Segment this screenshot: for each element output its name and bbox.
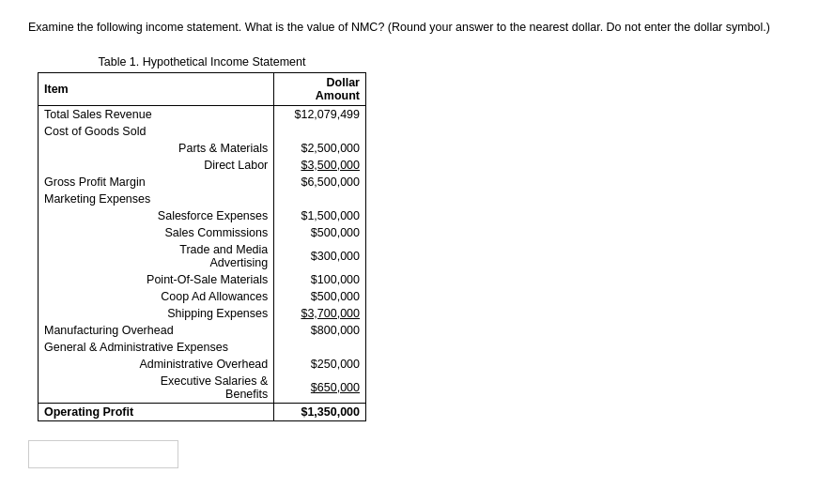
row-label: General & Administrative Expenses bbox=[39, 339, 274, 356]
income-statement-container: Table 1. Hypothetical Income Statement I… bbox=[38, 55, 366, 421]
row-value: $2,500,000 bbox=[274, 140, 366, 157]
table-row: Total Sales Revenue$12,079,499 bbox=[39, 105, 366, 123]
row-value: $100,000 bbox=[274, 271, 366, 288]
row-value bbox=[274, 339, 366, 356]
table-row: Cost of Goods Sold bbox=[39, 123, 366, 140]
row-label: Executive Salaries & Benefits bbox=[39, 373, 274, 404]
row-label: Shipping Expenses bbox=[39, 305, 274, 322]
row-value: $500,000 bbox=[274, 224, 366, 241]
row-label: Marketing Expenses bbox=[39, 191, 274, 207]
row-label: Salesforce Expenses bbox=[39, 207, 274, 224]
table-row: Administrative Overhead$250,000 bbox=[39, 356, 366, 373]
row-label: Parts & Materials bbox=[39, 140, 274, 157]
row-value: $3,500,000 bbox=[274, 157, 366, 174]
row-label: Point-Of-Sale Materials bbox=[39, 271, 274, 288]
row-label: Manufacturing Overhead bbox=[39, 322, 274, 339]
row-value: $3,700,000 bbox=[274, 305, 366, 322]
row-value: $800,000 bbox=[274, 322, 366, 339]
col-item-header: Item bbox=[39, 72, 274, 105]
row-label: Operating Profit bbox=[39, 403, 274, 420]
income-statement-table: Item Dollar Amount Total Sales Revenue$1… bbox=[38, 72, 366, 421]
table-title: Table 1. Hypothetical Income Statement bbox=[38, 55, 366, 69]
row-value: $300,000 bbox=[274, 241, 366, 271]
table-row: Executive Salaries & Benefits$650,000 bbox=[39, 373, 366, 404]
table-row: Parts & Materials$2,500,000 bbox=[39, 140, 366, 157]
row-label: Total Sales Revenue bbox=[39, 105, 274, 123]
table-row: Gross Profit Margin$6,500,000 bbox=[39, 174, 366, 191]
row-label: Gross Profit Margin bbox=[39, 174, 274, 191]
row-label: Cost of Goods Sold bbox=[39, 123, 274, 140]
row-value bbox=[274, 191, 366, 207]
table-row: General & Administrative Expenses bbox=[39, 339, 366, 356]
table-row: Shipping Expenses$3,700,000 bbox=[39, 305, 366, 322]
row-value bbox=[274, 123, 366, 140]
row-value: $1,350,000 bbox=[274, 403, 366, 420]
table-row: Sales Commissions$500,000 bbox=[39, 224, 366, 241]
table-row: Manufacturing Overhead$800,000 bbox=[39, 322, 366, 339]
intro-text: Examine the following income statement. … bbox=[28, 19, 806, 37]
row-value: $6,500,000 bbox=[274, 174, 366, 191]
row-label: Administrative Overhead bbox=[39, 356, 274, 373]
table-row: Direct Labor$3,500,000 bbox=[39, 157, 366, 174]
row-label: Direct Labor bbox=[39, 157, 274, 174]
row-value: $250,000 bbox=[274, 356, 366, 373]
table-row: Salesforce Expenses$1,500,000 bbox=[39, 207, 366, 224]
table-row: Trade and Media Advertising$300,000 bbox=[39, 241, 366, 271]
row-value: $1,500,000 bbox=[274, 207, 366, 224]
row-value: $650,000 bbox=[274, 373, 366, 404]
table-row: Operating Profit$1,350,000 bbox=[39, 403, 366, 420]
answer-input[interactable] bbox=[28, 440, 178, 468]
table-row: Coop Ad Allowances$500,000 bbox=[39, 288, 366, 305]
row-label: Trade and Media Advertising bbox=[39, 241, 274, 271]
row-label: Coop Ad Allowances bbox=[39, 288, 274, 305]
row-label: Sales Commissions bbox=[39, 224, 274, 241]
row-value: $500,000 bbox=[274, 288, 366, 305]
col-dollar-header: Dollar Amount bbox=[274, 72, 366, 105]
table-row: Marketing Expenses bbox=[39, 191, 366, 207]
table-row: Point-Of-Sale Materials$100,000 bbox=[39, 271, 366, 288]
row-value: $12,079,499 bbox=[274, 105, 366, 123]
